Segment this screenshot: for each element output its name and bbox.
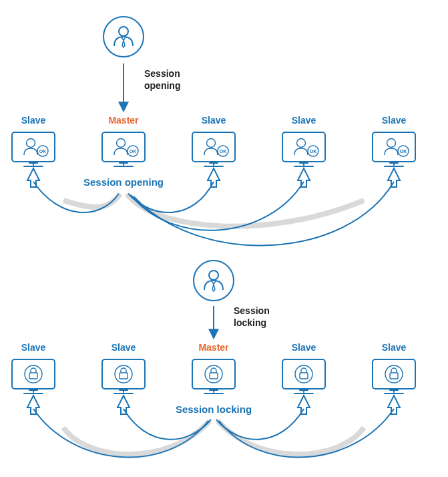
bot-role-1: Slave: [111, 342, 136, 353]
bottom-user-icon: [194, 261, 234, 301]
top-monitor-2: [192, 132, 235, 166]
bot-role-0: Slave: [21, 342, 46, 353]
top-arrowhead-0: [27, 168, 39, 187]
bot-arrowhead-3: [298, 395, 310, 414]
top-arrowhead-3: [298, 168, 310, 187]
top-caption: Session opening: [83, 176, 164, 188]
bot-arrowhead-0: [27, 395, 39, 414]
top-curve-4: [134, 182, 394, 245]
bottom-arrow-label-2: locking: [234, 317, 266, 328]
top-shadow-r: [127, 194, 364, 226]
top-role-3: Slave: [292, 115, 316, 126]
bottom-caption: Session locking: [176, 404, 252, 415]
bottom-arrow-label-1: Session: [234, 305, 270, 316]
bot-arrowhead-1: [118, 395, 130, 414]
top-monitor-4: [373, 132, 415, 166]
top-monitor-1: [102, 132, 145, 166]
top-role-4: Slave: [382, 115, 407, 126]
top-role-1: Master: [108, 115, 139, 126]
bot-role-4: Slave: [382, 342, 407, 353]
bot-curve-0: [33, 409, 208, 457]
top-role-0: Slave: [21, 115, 46, 126]
bot-monitor-4: [373, 359, 415, 393]
top-shadow-l: [63, 194, 120, 207]
bot-monitor-3: [282, 359, 325, 393]
top-arrow-label-2: opening: [144, 80, 180, 91]
top-arrowhead-4: [388, 168, 400, 187]
top-monitor-3: [282, 132, 325, 166]
bot-role-2: Master: [198, 342, 229, 353]
top-monitor-0: [12, 132, 55, 166]
top-role-2: Slave: [202, 115, 226, 126]
top-arrowhead-2: [208, 168, 220, 187]
bot-arrowhead-4: [388, 395, 400, 414]
bot-monitor-2: [192, 359, 235, 393]
bot-monitor-1: [102, 359, 145, 393]
bot-curve-4: [219, 409, 394, 457]
bot-role-3: Slave: [292, 342, 316, 353]
bot-monitor-0: [12, 359, 55, 393]
top-user-icon: [103, 17, 144, 57]
top-arrow-label-1: Session: [144, 68, 180, 79]
